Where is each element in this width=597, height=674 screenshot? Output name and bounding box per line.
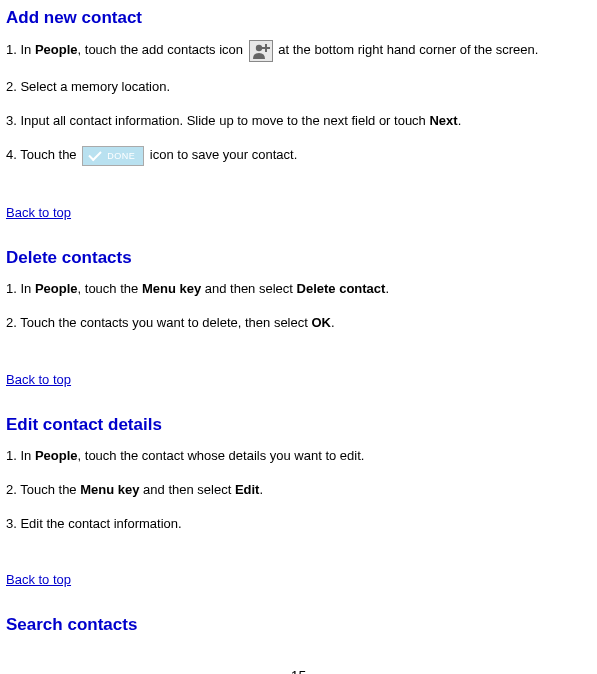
text: 1. In <box>6 42 35 57</box>
done-icon <box>82 146 144 166</box>
back-to-top-link[interactable]: Back to top <box>6 204 71 222</box>
add-contacts-icon <box>249 40 273 62</box>
heading-search-contacts: Search contacts <box>6 613 591 637</box>
delete-step-2: 2. Touch the contacts you want to delete… <box>6 314 591 332</box>
svg-point-0 <box>255 45 261 51</box>
edit-step-2: 2. Touch the Menu key and then select Ed… <box>6 481 591 499</box>
heading-delete-contacts: Delete contacts <box>6 246 591 270</box>
text: 1. In <box>6 281 35 296</box>
text-bold-next: Next <box>429 113 457 128</box>
text: 2. Touch the <box>6 482 80 497</box>
text: , touch the <box>78 281 142 296</box>
text: icon to save your contact. <box>146 148 297 163</box>
text-bold-delete-contact: Delete contact <box>297 281 386 296</box>
add-step-3: 3. Input all contact information. Slide … <box>6 112 591 130</box>
text-bold-people: People <box>35 42 78 57</box>
text-bold-menu-key: Menu key <box>142 281 201 296</box>
heading-add-new-contact: Add new contact <box>6 6 591 30</box>
text: . <box>458 113 462 128</box>
edit-step-1: 1. In People, touch the contact whose de… <box>6 447 591 465</box>
back-to-top-link[interactable]: Back to top <box>6 371 71 389</box>
text: . <box>331 315 335 330</box>
add-step-4: 4. Touch the icon to save your contact. <box>6 146 591 166</box>
text: and then select <box>201 281 296 296</box>
text-bold-ok: OK <box>311 315 331 330</box>
add-step-2: 2. Select a memory location. <box>6 78 591 96</box>
text: 2. Touch the contacts you want to delete… <box>6 315 311 330</box>
page-number: 15 <box>6 667 591 674</box>
text: . <box>385 281 389 296</box>
text: 4. Touch the <box>6 148 80 163</box>
heading-edit-contact-details: Edit contact details <box>6 413 591 437</box>
text-bold-edit: Edit <box>235 482 260 497</box>
text: 3. Input all contact information. Slide … <box>6 113 429 128</box>
text: . <box>259 482 263 497</box>
edit-step-3: 3. Edit the contact information. <box>6 515 591 533</box>
text: , touch the add contacts icon <box>78 42 247 57</box>
text-bold-people: People <box>35 448 78 463</box>
text: 1. In <box>6 448 35 463</box>
svg-rect-2 <box>262 47 270 49</box>
text-bold-people: People <box>35 281 78 296</box>
add-step-1: 1. In People, touch the add contacts ico… <box>6 40 591 62</box>
text: at the bottom right hand corner of the s… <box>275 42 539 57</box>
delete-step-1: 1. In People, touch the Menu key and the… <box>6 280 591 298</box>
text-bold-menu-key: Menu key <box>80 482 139 497</box>
back-to-top-link[interactable]: Back to top <box>6 571 71 589</box>
text: , touch the contact whose details you wa… <box>78 448 365 463</box>
text: and then select <box>139 482 234 497</box>
